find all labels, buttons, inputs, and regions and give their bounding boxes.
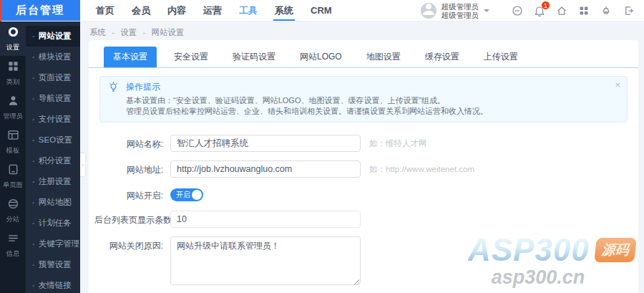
menu-item-register-settings[interactable]: ·注册设置 [26, 171, 80, 192]
bullet-dot: · [32, 178, 35, 186]
tab-map-settings[interactable]: 地图设置 [359, 47, 408, 67]
bullet-dot: · [32, 74, 35, 82]
sidebar-group-categories[interactable]: 类别 [0, 56, 26, 90]
site-open-row: 网站开启: 开启 [103, 186, 638, 202]
logout-icon[interactable] [623, 5, 634, 16]
tab-upload-settings[interactable]: 上传设置 [477, 47, 525, 67]
menu-item-sitemap[interactable]: ·网站地图 [26, 192, 80, 213]
bell-icon[interactable]: 1 [534, 5, 545, 16]
alert-line-1: 基本设置由：“安全设置、验证码设置、网站LOGO、地图设置、缓存设置、上传设置”… [126, 95, 608, 106]
menu-item-payment-settings[interactable]: ·支付设置 [26, 109, 80, 130]
apps-grid-icon[interactable] [578, 5, 590, 16]
breadcrumb: 系统 - 设置 - 网站设置 [80, 21, 644, 40]
chevron-down-icon[interactable] [484, 9, 489, 15]
globe-icon [7, 198, 19, 213]
sidebar-group-subsites[interactable]: 分站 [0, 193, 26, 228]
message-icon[interactable] [512, 5, 523, 16]
list-icon [7, 232, 19, 247]
site-url-row: 网站地址: 如：http://www.weitenet.com [103, 160, 638, 178]
site-open-label: 网站开启: [103, 186, 170, 202]
page-size-row: 后台列表页显示条数: [103, 211, 638, 228]
page-icon [7, 163, 19, 178]
left-edge-marker [0, 0, 1, 21]
bullet-dot: · [32, 157, 35, 165]
settings-card: 基本设置 安全设置 验证码设置 网站LOGO 地图设置 缓存设置 上传设置 操作… [89, 40, 638, 293]
menu-item-nav-settings[interactable]: ·导航设置 [26, 88, 80, 109]
menu-item-keywords[interactable]: ·关键字管理 [26, 234, 80, 254]
menu-item-alert-settings[interactable]: ·预警设置 [26, 254, 80, 275]
sidebar-group-info[interactable]: 信息 [0, 228, 26, 262]
nav-system[interactable]: 系统 [266, 0, 302, 21]
bullet-dot: · [32, 282, 35, 290]
alert-line-2: 管理员设置后轻松掌控网站运营、企业、猎头和培训相关设置。请谨慎设置关系到网站运营… [126, 106, 608, 117]
close-reason-textarea[interactable]: 网站升级中请联系管理员！ [170, 236, 361, 285]
menu-item-points-settings[interactable]: ·积分设置 [26, 150, 80, 171]
main-content: 系统 - 设置 - 网站设置 基本设置 安全设置 验证码设置 网站LOGO 地图… [80, 21, 644, 293]
toggle-state-label: 开启 [176, 190, 190, 200]
bullet-dot: · [32, 261, 35, 269]
page-size-label: 后台列表页显示条数: [94, 211, 170, 226]
site-name-label: 网站名称: [103, 135, 170, 150]
site-name-row: 网站名称: 如：维特人才网 [103, 135, 638, 152]
template-icon [7, 129, 19, 144]
menu-item-friend-links[interactable]: ·友情链接 [26, 275, 80, 293]
tab-captcha-settings[interactable]: 验证码设置 [225, 47, 283, 67]
close-icon[interactable]: × [615, 80, 620, 90]
bullet-dot: · [32, 115, 35, 124]
menu-item-module-settings[interactable]: ·模块设置 [26, 47, 80, 67]
admin-user-icon [7, 95, 19, 110]
breadcrumb-system[interactable]: 系统 [89, 28, 106, 37]
lightbulb-icon [108, 82, 119, 92]
user-role: 超级管理员 [441, 11, 479, 19]
tab-site-logo[interactable]: 网站LOGO [293, 47, 349, 67]
bullet-dot: · [32, 240, 35, 249]
site-url-label: 网站地址: [103, 160, 170, 176]
site-open-toggle[interactable]: 开启 [170, 188, 203, 201]
nav-members[interactable]: 会员 [123, 0, 159, 21]
admin-screen: 后台管理 首页 会员 内容 运营 工具 系统 CRM 超级管理员 超级管理员 [0, 0, 644, 293]
top-nav: 首页 会员 内容 运营 工具 系统 CRM [87, 0, 341, 21]
avatar[interactable] [421, 3, 436, 19]
user-area: 超级管理员 超级管理员 1 [421, 0, 644, 21]
settings-tabs: 基本设置 安全设置 验证码设置 网站LOGO 地图设置 缓存设置 上传设置 [89, 40, 638, 68]
grid-icon [7, 60, 19, 75]
breadcrumb-separator: - [142, 28, 145, 37]
site-url-input[interactable] [170, 160, 361, 178]
breadcrumb-settings[interactable]: 设置 [120, 28, 137, 37]
nav-home[interactable]: 首页 [87, 0, 123, 21]
tab-basic-settings[interactable]: 基本设置 [104, 47, 157, 67]
site-url-hint: 如：http://www.weitenet.com [369, 160, 474, 175]
tab-cache-settings[interactable]: 缓存设置 [418, 47, 467, 67]
site-name-input[interactable] [170, 135, 361, 152]
breadcrumb-site-settings: 网站设置 [152, 28, 185, 37]
sidebar-group-single-page[interactable]: 单页面 [0, 159, 26, 193]
notification-badge: 1 [541, 1, 550, 10]
app-logo[interactable]: 后台管理 [0, 0, 80, 21]
bullet-dot: · [32, 219, 35, 228]
bullet-dot: · [32, 53, 35, 62]
home-icon[interactable] [556, 5, 567, 16]
menu-item-page-settings[interactable]: ·页面设置 [26, 67, 80, 88]
toggle-knob [192, 190, 202, 200]
user-names[interactable]: 超级管理员 超级管理员 [441, 2, 479, 19]
sidebar-group-templates[interactable]: 模板 [0, 125, 26, 159]
alert-title: 操作提示 [126, 81, 608, 93]
close-reason-row: 网站关闭原因: 网站升级中请联系管理员！ [103, 236, 638, 288]
sidebar-group-admins[interactable]: 管理员 [0, 90, 26, 125]
close-reason-label: 网站关闭原因: [103, 236, 170, 252]
menu-item-site-settings[interactable]: ·网站设置 [26, 26, 80, 47]
nav-tools[interactable]: 工具 [230, 0, 266, 21]
menu-item-seo-settings[interactable]: ·SEO设置 [26, 130, 80, 150]
sidebar-group-settings[interactable]: 设置 [0, 21, 26, 56]
site-name-hint: 如：维特人才网 [369, 135, 427, 149]
nav-content[interactable]: 内容 [159, 0, 195, 21]
page-size-input[interactable] [170, 211, 361, 228]
menu-item-cron-tasks[interactable]: ·计划任务 [26, 213, 80, 234]
sidebar-collapse-handle[interactable]: ‹ [80, 153, 86, 177]
clean-cache-icon[interactable] [600, 5, 612, 16]
nav-operations[interactable]: 运营 [195, 0, 230, 21]
breadcrumb-separator: - [112, 28, 114, 37]
tab-security-settings[interactable]: 安全设置 [167, 47, 215, 67]
nav-crm[interactable]: CRM [302, 0, 341, 21]
user-name: 超级管理员 [441, 2, 479, 11]
